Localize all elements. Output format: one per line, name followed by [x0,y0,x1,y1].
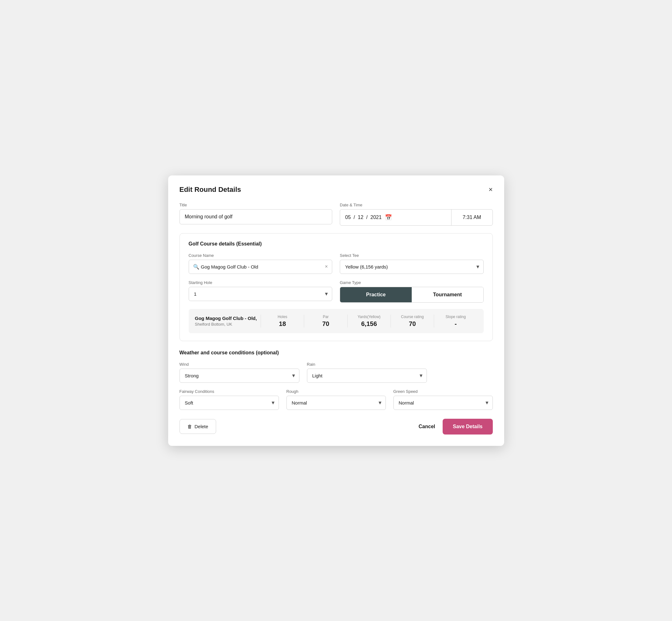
footer-right: Cancel Save Details [419,419,493,434]
green-speed-group: Green Speed Normal Slow Fast Very Fast ▾ [393,389,493,410]
par-label: Par [323,315,329,319]
edit-round-modal: Edit Round Details × Title Date & Time 0… [168,175,504,446]
green-speed-dropdown[interactable]: Normal Slow Fast Very Fast [393,396,493,410]
golf-course-section: Golf Course details (Essential) Course N… [179,233,493,341]
wind-label: Wind [179,362,299,367]
footer-row: 🗑 Delete Cancel Save Details [179,419,493,434]
rain-group: Rain Light None Moderate Heavy ▾ [307,362,427,383]
course-info-row: Gog Magog Golf Club - Old, Shelford Bott… [189,309,484,333]
wind-dropdown[interactable]: Strong Calm Light Moderate Very Strong [179,369,299,383]
weather-section: Weather and course conditions (optional)… [179,350,493,410]
select-tee-wrap: Yellow (6,156 yards) ▾ [340,260,484,274]
rough-wrap: Normal Long Very Long ▾ [287,396,386,410]
date-label: Date & Time [340,203,493,207]
cancel-button[interactable]: Cancel [419,424,435,429]
save-details-button[interactable]: Save Details [443,419,493,434]
course-name-label: Course Name [189,253,333,258]
date-field-group: Date & Time 05 / 12 / 2021 📅 7:31 AM [340,203,493,225]
close-button[interactable]: × [489,186,493,193]
fairway-group: Fairway Conditions Soft Normal Hard ▾ [179,389,279,410]
course-stat-holes: Holes 18 [261,315,304,328]
slope-rating-value: - [455,320,457,328]
holes-label: Holes [278,315,287,319]
starting-hole-group: Starting Hole 1 ▾ [189,280,333,303]
rain-label: Rain [307,362,427,367]
title-datetime-row: Title Date & Time 05 / 12 / 2021 📅 7 [179,203,493,225]
fairway-wrap: Soft Normal Hard ▾ [179,396,279,410]
date-value: 05 / 12 / 2021 [345,215,382,220]
course-name-group: Course Name 🔍 × [189,253,333,274]
course-stat-par: Par 70 [304,315,347,328]
course-tee-row: Course Name 🔍 × Select Tee Yellow (6,156… [189,253,484,274]
course-name-block: Gog Magog Golf Club - Old, Shelford Bott… [195,316,261,327]
modal-title: Edit Round Details [179,185,241,194]
yards-value: 6,156 [361,320,377,328]
course-info-location: Shelford Bottom, UK [195,322,261,327]
game-type-toggle: Practice Tournament [340,287,484,303]
tournament-button[interactable]: Tournament [412,287,483,302]
select-tee-dropdown[interactable]: Yellow (6,156 yards) [340,260,484,274]
title-label: Title [179,203,333,207]
weather-title: Weather and course conditions (optional) [179,350,493,356]
golf-course-title: Golf Course details (Essential) [189,241,484,247]
rain-wrap: Light None Moderate Heavy ▾ [307,369,427,383]
delete-label: Delete [195,424,208,429]
rough-group: Rough Normal Long Very Long ▾ [287,389,386,410]
course-name-input[interactable] [189,260,333,274]
time-value: 7:31 AM [463,215,481,220]
select-tee-label: Select Tee [340,253,484,258]
wind-rain-row: Wind Strong Calm Light Moderate Very Str… [179,362,493,383]
fairway-dropdown[interactable]: Soft Normal Hard [179,396,279,410]
holes-value: 18 [279,320,286,328]
title-input[interactable] [179,209,333,224]
title-field-group: Title [179,203,333,225]
search-icon: 🔍 [193,264,199,270]
course-rating-label: Course rating [401,315,424,319]
date-time-row: 05 / 12 / 2021 📅 7:31 AM [340,209,493,225]
rough-dropdown[interactable]: Normal Long Very Long [287,396,386,410]
practice-button[interactable]: Practice [340,287,412,302]
green-speed-wrap: Normal Slow Fast Very Fast ▾ [393,396,493,410]
yards-label: Yards(Yellow) [358,315,380,319]
hole-gametype-row: Starting Hole 1 ▾ Game Type Practice Tou… [189,280,484,303]
course-name-clear-button[interactable]: × [325,264,328,270]
modal-header: Edit Round Details × [179,185,493,194]
green-speed-label: Green Speed [393,389,493,394]
starting-hole-label: Starting Hole [189,280,333,285]
rain-dropdown[interactable]: Light None Moderate Heavy [307,369,427,383]
game-type-label: Game Type [340,280,484,285]
starting-hole-dropdown[interactable]: 1 [189,287,333,301]
slope-rating-label: Slope rating [446,315,466,319]
course-name-search-wrap: 🔍 × [189,260,333,274]
trash-icon: 🗑 [187,424,192,429]
select-tee-group: Select Tee Yellow (6,156 yards) ▾ [340,253,484,274]
calendar-icon: 📅 [385,214,392,221]
par-value: 70 [322,320,329,328]
date-part[interactable]: 05 / 12 / 2021 📅 [340,210,452,225]
wind-group: Wind Strong Calm Light Moderate Very Str… [179,362,299,383]
game-type-group: Game Type Practice Tournament [340,280,484,303]
time-part[interactable]: 7:31 AM [452,210,493,225]
course-rating-value: 70 [409,320,416,328]
course-stat-course-rating: Course rating 70 [390,315,434,328]
delete-button[interactable]: 🗑 Delete [179,419,216,434]
course-stat-slope-rating: Slope rating - [434,315,477,328]
starting-hole-wrap: 1 ▾ [189,287,333,301]
course-stat-yards: Yards(Yellow) 6,156 [347,315,390,328]
conditions-row: Fairway Conditions Soft Normal Hard ▾ Ro… [179,389,493,410]
wind-wrap: Strong Calm Light Moderate Very Strong ▾ [179,369,299,383]
course-info-name: Gog Magog Golf Club - Old, [195,316,261,321]
fairway-label: Fairway Conditions [179,389,279,394]
rough-label: Rough [287,389,386,394]
